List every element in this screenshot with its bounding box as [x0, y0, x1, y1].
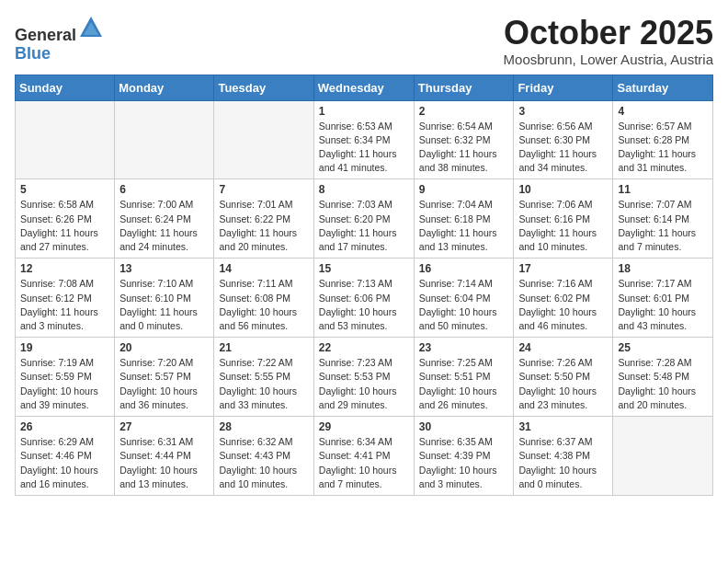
calendar-cell: 12Sunrise: 7:08 AMSunset: 6:12 PMDayligh… [16, 259, 115, 338]
weekday-header-tuesday: Tuesday [214, 75, 313, 100]
day-number: 12 [20, 262, 109, 275]
logo-blue: Blue [15, 44, 51, 63]
day-info: Sunrise: 7:25 AMSunset: 5:51 PMDaylight:… [419, 356, 509, 412]
calendar-cell: 20Sunrise: 7:20 AMSunset: 5:57 PMDayligh… [115, 338, 214, 417]
location-title: Moosbrunn, Lower Austria, Austria [504, 52, 713, 67]
day-number: 22 [319, 341, 409, 354]
calendar-cell: 1Sunrise: 6:53 AMSunset: 6:34 PMDaylight… [313, 100, 414, 179]
day-info: Sunrise: 7:17 AMSunset: 6:01 PMDaylight:… [618, 277, 708, 333]
logo-general: General [15, 26, 76, 44]
weekday-header-saturday: Saturday [613, 75, 713, 100]
calendar-cell: 22Sunrise: 7:23 AMSunset: 5:53 PMDayligh… [313, 338, 414, 417]
calendar-cell: 8Sunrise: 7:03 AMSunset: 6:20 PMDaylight… [313, 179, 414, 259]
day-number: 15 [319, 262, 409, 275]
day-info: Sunrise: 6:54 AMSunset: 6:32 PMDaylight:… [419, 120, 509, 176]
day-info: Sunrise: 7:22 AMSunset: 5:55 PMDaylight:… [219, 356, 308, 412]
day-info: Sunrise: 6:32 AMSunset: 4:43 PMDaylight:… [219, 435, 308, 491]
calendar-cell [16, 100, 115, 179]
day-info: Sunrise: 7:07 AMSunset: 6:14 PMDaylight:… [618, 198, 708, 254]
calendar-cell: 23Sunrise: 7:25 AMSunset: 5:51 PMDayligh… [414, 338, 514, 417]
day-info: Sunrise: 7:16 AMSunset: 6:02 PMDaylight:… [518, 277, 608, 333]
day-info: Sunrise: 7:00 AMSunset: 6:24 PMDaylight:… [119, 198, 209, 254]
day-number: 10 [518, 183, 608, 196]
calendar-cell: 10Sunrise: 7:06 AMSunset: 6:16 PMDayligh… [514, 179, 613, 259]
day-info: Sunrise: 7:06 AMSunset: 6:16 PMDaylight:… [518, 198, 608, 254]
calendar-cell: 27Sunrise: 6:31 AMSunset: 4:44 PMDayligh… [115, 417, 214, 496]
calendar-cell: 16Sunrise: 7:14 AMSunset: 6:04 PMDayligh… [414, 259, 514, 338]
week-row-1: 1Sunrise: 6:53 AMSunset: 6:34 PMDaylight… [16, 100, 713, 179]
day-number: 16 [419, 262, 509, 275]
calendar-cell: 14Sunrise: 7:11 AMSunset: 6:08 PMDayligh… [214, 259, 313, 338]
day-number: 2 [419, 105, 509, 118]
day-info: Sunrise: 6:57 AMSunset: 6:28 PMDaylight:… [618, 120, 708, 176]
calendar-cell: 13Sunrise: 7:10 AMSunset: 6:10 PMDayligh… [115, 259, 214, 338]
day-number: 5 [20, 183, 109, 196]
calendar-cell: 2Sunrise: 6:54 AMSunset: 6:32 PMDaylight… [414, 100, 514, 179]
day-number: 18 [618, 262, 708, 275]
calendar-cell: 4Sunrise: 6:57 AMSunset: 6:28 PMDaylight… [613, 100, 713, 179]
calendar-cell: 15Sunrise: 7:13 AMSunset: 6:06 PMDayligh… [313, 259, 414, 338]
day-number: 26 [20, 420, 109, 433]
day-number: 28 [219, 420, 308, 433]
day-number: 17 [518, 262, 608, 275]
weekday-header-wednesday: Wednesday [313, 75, 414, 100]
day-info: Sunrise: 7:08 AMSunset: 6:12 PMDaylight:… [20, 277, 109, 333]
calendar-cell: 11Sunrise: 7:07 AMSunset: 6:14 PMDayligh… [613, 179, 713, 259]
calendar-cell: 17Sunrise: 7:16 AMSunset: 6:02 PMDayligh… [514, 259, 613, 338]
calendar-cell: 24Sunrise: 7:26 AMSunset: 5:50 PMDayligh… [514, 338, 613, 417]
day-number: 27 [119, 420, 209, 433]
week-row-2: 5Sunrise: 6:58 AMSunset: 6:26 PMDaylight… [16, 179, 713, 259]
calendar-cell: 25Sunrise: 7:28 AMSunset: 5:48 PMDayligh… [613, 338, 713, 417]
day-info: Sunrise: 7:14 AMSunset: 6:04 PMDaylight:… [419, 277, 509, 333]
calendar-cell: 29Sunrise: 6:34 AMSunset: 4:41 PMDayligh… [313, 417, 414, 496]
calendar-cell: 28Sunrise: 6:32 AMSunset: 4:43 PMDayligh… [214, 417, 313, 496]
day-number: 9 [419, 183, 509, 196]
day-number: 21 [219, 341, 308, 354]
week-row-5: 26Sunrise: 6:29 AMSunset: 4:46 PMDayligh… [16, 417, 713, 496]
calendar-cell: 18Sunrise: 7:17 AMSunset: 6:01 PMDayligh… [613, 259, 713, 338]
day-number: 11 [618, 183, 708, 196]
calendar-cell [214, 100, 313, 179]
calendar-cell: 6Sunrise: 7:00 AMSunset: 6:24 PMDaylight… [115, 179, 214, 259]
calendar-cell [613, 417, 713, 496]
day-number: 30 [419, 420, 509, 433]
day-number: 25 [618, 341, 708, 354]
weekday-header-row: SundayMondayTuesdayWednesdayThursdayFrid… [16, 75, 713, 100]
day-number: 4 [618, 105, 708, 118]
logo: General Blue [15, 15, 104, 63]
weekday-header-thursday: Thursday [414, 75, 514, 100]
day-number: 24 [518, 341, 608, 354]
calendar-cell: 9Sunrise: 7:04 AMSunset: 6:18 PMDaylight… [414, 179, 514, 259]
day-number: 13 [119, 262, 209, 275]
calendar-cell: 19Sunrise: 7:19 AMSunset: 5:59 PMDayligh… [16, 338, 115, 417]
day-info: Sunrise: 6:29 AMSunset: 4:46 PMDaylight:… [20, 435, 109, 491]
week-row-3: 12Sunrise: 7:08 AMSunset: 6:12 PMDayligh… [16, 259, 713, 338]
day-info: Sunrise: 7:13 AMSunset: 6:06 PMDaylight:… [319, 277, 409, 333]
day-info: Sunrise: 6:58 AMSunset: 6:26 PMDaylight:… [20, 198, 109, 254]
logo-icon [78, 15, 104, 40]
day-info: Sunrise: 6:37 AMSunset: 4:38 PMDaylight:… [518, 435, 608, 491]
weekday-header-friday: Friday [514, 75, 613, 100]
day-info: Sunrise: 6:56 AMSunset: 6:30 PMDaylight:… [518, 120, 608, 176]
day-info: Sunrise: 6:35 AMSunset: 4:39 PMDaylight:… [419, 435, 509, 491]
calendar-cell: 30Sunrise: 6:35 AMSunset: 4:39 PMDayligh… [414, 417, 514, 496]
day-number: 3 [518, 105, 608, 118]
day-info: Sunrise: 7:04 AMSunset: 6:18 PMDaylight:… [419, 198, 509, 254]
day-number: 6 [119, 183, 209, 196]
calendar-cell: 26Sunrise: 6:29 AMSunset: 4:46 PMDayligh… [16, 417, 115, 496]
day-info: Sunrise: 7:19 AMSunset: 5:59 PMDaylight:… [20, 356, 109, 412]
weekday-header-sunday: Sunday [16, 75, 115, 100]
calendar-cell: 7Sunrise: 7:01 AMSunset: 6:22 PMDaylight… [214, 179, 313, 259]
calendar-table: SundayMondayTuesdayWednesdayThursdayFrid… [15, 75, 713, 496]
day-info: Sunrise: 7:01 AMSunset: 6:22 PMDaylight:… [219, 198, 308, 254]
day-info: Sunrise: 6:31 AMSunset: 4:44 PMDaylight:… [119, 435, 209, 491]
week-row-4: 19Sunrise: 7:19 AMSunset: 5:59 PMDayligh… [16, 338, 713, 417]
day-info: Sunrise: 7:11 AMSunset: 6:08 PMDaylight:… [219, 277, 308, 333]
calendar-cell: 5Sunrise: 6:58 AMSunset: 6:26 PMDaylight… [16, 179, 115, 259]
calendar-cell: 3Sunrise: 6:56 AMSunset: 6:30 PMDaylight… [514, 100, 613, 179]
day-number: 31 [518, 420, 608, 433]
day-info: Sunrise: 6:53 AMSunset: 6:34 PMDaylight:… [319, 120, 409, 176]
day-number: 23 [419, 341, 509, 354]
month-title: October 2025 [504, 15, 713, 52]
day-info: Sunrise: 7:10 AMSunset: 6:10 PMDaylight:… [119, 277, 209, 333]
